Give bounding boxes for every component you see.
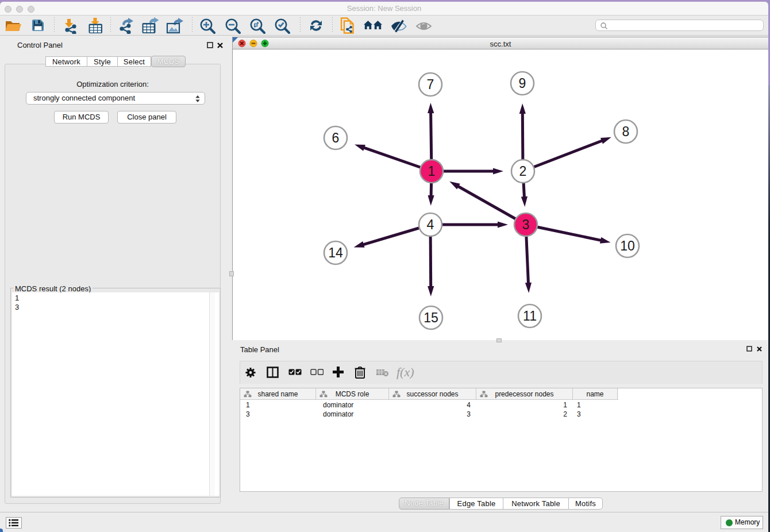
- svg-text:10: 10: [620, 238, 635, 253]
- svg-text:15: 15: [424, 310, 438, 325]
- svg-text:14: 14: [328, 245, 343, 260]
- svg-text:1: 1: [428, 164, 436, 179]
- svg-text:7: 7: [427, 77, 434, 92]
- svg-text:9: 9: [519, 76, 526, 91]
- svg-text:8: 8: [622, 124, 630, 139]
- svg-text:6: 6: [332, 130, 340, 145]
- svg-text:2: 2: [519, 164, 527, 179]
- svg-text:4: 4: [427, 217, 434, 232]
- svg-text:3: 3: [522, 217, 530, 232]
- svg-text:11: 11: [523, 309, 537, 323]
